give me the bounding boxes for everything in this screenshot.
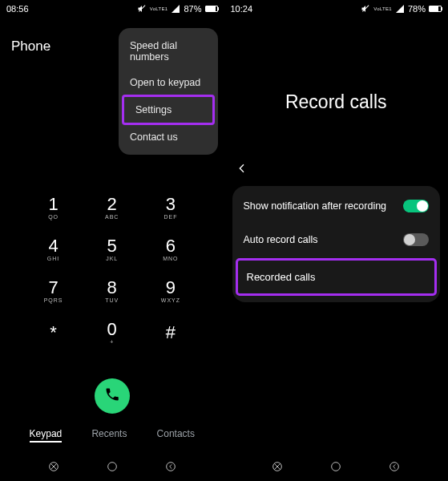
key-5[interactable]: 5JKL [83,237,141,261]
key-star[interactable]: * [24,321,83,345]
mute-icon [361,4,370,14]
key-2[interactable]: 2ABC [83,196,141,220]
nav-recents-icon[interactable] [271,460,284,476]
menu-item-settings[interactable]: Settings [122,95,215,125]
key-1[interactable]: 1QO [24,196,83,220]
svg-point-8 [332,463,341,471]
status-bar: 08:56 VoLTE1 87% [0,0,224,16]
battery-icon [205,6,218,12]
status-time: 08:56 [6,4,29,14]
status-time: 10:24 [231,4,253,14]
setting-label: Show notification after recording [244,200,387,212]
tab-recents[interactable]: Recents [91,428,127,443]
volte-label: VoLTE1 [150,6,168,11]
mute-icon [137,4,147,14]
battery-percent: 87% [184,4,201,14]
menu-item-contact-us[interactable]: Contact us [119,124,218,150]
key-6[interactable]: 6MNO [141,237,200,261]
key-8[interactable]: 8TUV [83,279,141,303]
svg-point-4 [167,463,176,471]
setting-auto-record[interactable]: Auto record calls [232,223,441,257]
settings-list: Show notification after recording Auto r… [232,186,441,302]
key-9[interactable]: 9WXYZ [141,279,200,303]
tab-contacts[interactable]: Contacts [157,428,195,443]
tab-keypad[interactable]: Keypad [30,428,63,443]
setting-label: Auto record calls [244,234,318,245]
svg-point-3 [107,463,116,471]
phone-icon [104,386,120,406]
phone-app-screen: 08:56 VoLTE1 87% Phone Speed dial number… [0,0,224,481]
key-7[interactable]: 7PQRS [24,279,83,303]
dialpad: 1QO 2ABC 3DEF 4GHI 5JKL 6MNO 7PQRS 8TUV … [0,196,224,345]
back-button[interactable] [236,162,248,178]
key-hash[interactable]: # [141,321,200,345]
toggle-show-notification[interactable] [403,200,429,212]
battery-percent: 78% [408,4,426,14]
setting-show-notification[interactable]: Show notification after recording [232,189,441,223]
phone-tabs: Keypad Recents Contacts [0,428,224,443]
menu-item-open-keypad[interactable]: Open to keypad [119,70,218,95]
nav-home-icon[interactable] [106,460,119,476]
call-button[interactable] [95,378,130,414]
key-3[interactable]: 3DEF [141,196,200,220]
status-bar: 10:24 VoLTE1 78% [224,0,449,16]
volte-label: VoLTE1 [373,6,392,11]
page-title: Record calls [224,16,449,176]
overflow-menu: Speed dial numbers Open to keypad Settin… [119,28,218,155]
nav-back-icon[interactable] [164,460,177,476]
chevron-left-icon [236,164,248,177]
setting-recorded-calls[interactable]: Recorded calls [236,258,438,296]
svg-point-9 [390,463,399,471]
navigation-bar [224,460,449,476]
signal-icon [171,4,180,14]
toggle-auto-record[interactable] [403,233,429,246]
key-4[interactable]: 4GHI [24,237,83,261]
nav-recents-icon[interactable] [47,460,60,476]
menu-item-speed-dial[interactable]: Speed dial numbers [119,33,218,70]
key-0[interactable]: 0+ [83,321,141,345]
record-calls-screen: 10:24 VoLTE1 78% Record calls [224,0,449,481]
battery-icon [429,6,442,12]
nav-back-icon[interactable] [388,460,401,476]
navigation-bar [0,460,224,476]
signal-icon [395,4,405,14]
setting-label: Recorded calls [247,271,316,283]
nav-home-icon[interactable] [329,460,342,476]
